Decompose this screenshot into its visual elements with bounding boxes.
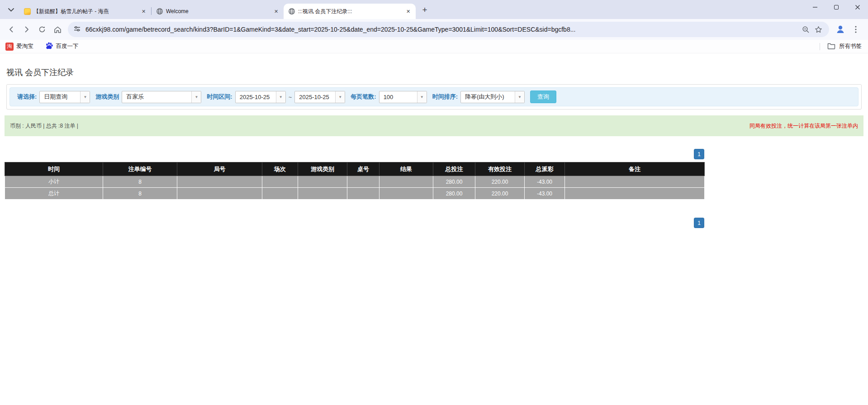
filter-bar: 请选择: 日期查询 ▼ 游戏类别 百家乐 ▼ 时间区间: 2025-10-25 … [9, 87, 859, 106]
total-row: 总计8280.00220.00-43.00 [5, 188, 705, 200]
globe-icon [288, 8, 295, 15]
footer-total-bet: 280.00 [433, 176, 475, 188]
chevron-down-icon: ▼ [191, 91, 201, 103]
currency-total-text: 币别 : 人民币 | 总共 :8 注单 | [10, 122, 78, 130]
globe-icon [156, 8, 163, 15]
column-header: 桌号 [347, 162, 379, 176]
window-controls [804, 0, 868, 14]
footer-empty-cell [379, 176, 433, 188]
reload-icon[interactable] [34, 22, 50, 37]
column-header: 局号 [177, 162, 262, 176]
tab-strip: 【新提醒】杨雪儿的帖子 - 海燕 ✕ Welcome ✕ :::视讯 会员下注纪… [0, 0, 868, 19]
taobao-icon: 淘 [5, 43, 14, 51]
footer-valid-bet: 220.00 [475, 176, 525, 188]
game-kind-select[interactable]: 百家乐 ▼ [122, 91, 201, 103]
browser-toolbar: 66cxkj98.com/game/betrecord_search/kind3… [0, 19, 868, 40]
tab-search-icon[interactable] [5, 4, 17, 16]
footer-empty-cell [379, 188, 433, 200]
url-bar[interactable]: 66cxkj98.com/game/betrecord_search/kind3… [68, 22, 829, 37]
column-header: 时间 [5, 162, 103, 176]
bet-table: 时间注单编号局号场次游戏类别桌号结果总投注有效投注总派彩备注小计8280.002… [5, 162, 705, 200]
sort-label: 时间排序: [432, 93, 458, 101]
sort-select[interactable]: 降幂(由大到小) ▼ [460, 91, 525, 103]
url-text[interactable]: 66cxkj98.com/game/betrecord_search/kind3… [85, 26, 799, 33]
new-tab-button[interactable]: + [418, 4, 431, 16]
bookmark-baidu[interactable]: 百度一下 [45, 42, 79, 51]
footer-empty-cell [298, 176, 347, 188]
home-icon[interactable] [50, 22, 65, 37]
footer-label: 小计 [5, 176, 103, 188]
search-mode-label: 请选择: [17, 93, 37, 101]
footer-count: 8 [103, 176, 177, 188]
search-button[interactable]: 查询 [530, 91, 556, 103]
page-button-1[interactable]: 1 [694, 218, 704, 228]
column-header: 总投注 [433, 162, 475, 176]
back-icon[interactable] [4, 22, 19, 37]
profile-avatar-icon[interactable] [833, 22, 848, 37]
close-window-button[interactable] [847, 0, 868, 14]
column-header: 有效投注 [475, 162, 525, 176]
chevron-down-icon: ▼ [515, 91, 524, 103]
per-page-select[interactable]: 100 ▼ [379, 91, 427, 103]
menu-dots-icon[interactable] [848, 22, 863, 37]
column-header: 场次 [262, 162, 298, 176]
filter-panel: 请选择: 日期查询 ▼ 游戏类别 百家乐 ▼ 时间区间: 2025-10-25 … [6, 84, 862, 110]
column-header: 注单编号 [103, 162, 177, 176]
chevron-down-icon: ▼ [335, 91, 345, 103]
per-page-label: 每页笔数: [351, 93, 376, 101]
footer-empty-cell [262, 176, 298, 188]
column-header: 备注 [565, 162, 705, 176]
folder-icon [827, 43, 835, 51]
footer-valid-bet: 220.00 [475, 188, 525, 200]
bookmarks-bar: 淘 爱淘宝 百度一下 所有书签 [0, 40, 868, 53]
column-header: 结果 [379, 162, 433, 176]
tab-bet-records[interactable]: :::视讯 会员下注纪录::: ✕ [284, 4, 416, 19]
footer-payout: -43.00 [525, 176, 565, 188]
summary-info-bar: 币别 : 人民币 | 总共 :8 注单 | 同局有效投注，统一计算在该局第一张注… [5, 115, 863, 136]
bookmark-taobao[interactable]: 淘 爱淘宝 [5, 43, 33, 51]
table-header-row: 时间注单编号局号场次游戏类别桌号结果总投注有效投注总派彩备注 [5, 162, 705, 176]
date-end-select[interactable]: 2025-10-25 ▼ [294, 91, 345, 103]
footer-empty-cell [347, 176, 379, 188]
close-icon[interactable]: ✕ [272, 8, 280, 15]
search-mode-select[interactable]: 日期查询 ▼ [39, 91, 90, 103]
footer-payout: -43.00 [525, 188, 565, 200]
tab-forum[interactable]: 【新提醒】杨雪儿的帖子 - 海燕 ✕ [19, 4, 151, 19]
bookmarks-divider [820, 43, 820, 50]
bookmark-star-icon[interactable] [812, 23, 825, 36]
baidu-paw-icon [45, 42, 53, 51]
footer-empty-cell [565, 176, 705, 188]
zoom-out-icon[interactable] [799, 23, 812, 36]
all-bookmarks-label[interactable]: 所有书签 [839, 43, 862, 50]
subtotal-row: 小计8280.00220.00-43.00 [5, 176, 705, 188]
notice-text: 同局有效投注，统一计算在该局第一张注单内 [749, 122, 858, 130]
chevron-down-icon: ▼ [417, 91, 427, 103]
chevron-down-icon: ▼ [276, 91, 285, 103]
footer-empty-cell [347, 188, 379, 200]
footer-total-bet: 280.00 [433, 188, 475, 200]
tab-title: :::视讯 会员下注纪录::: [298, 8, 402, 15]
minimize-button[interactable] [804, 0, 825, 14]
date-tilde: ~ [289, 94, 292, 100]
close-icon[interactable]: ✕ [404, 8, 412, 15]
tab-welcome[interactable]: Welcome ✕ [152, 4, 284, 19]
footer-count: 8 [103, 188, 177, 200]
game-kind-label: 游戏类别 [95, 93, 119, 101]
tab-title: Welcome [166, 8, 270, 14]
maximize-button[interactable] [825, 0, 847, 14]
page-title: 视讯 会员下注纪录 [6, 67, 868, 78]
page-button-1[interactable]: 1 [694, 149, 704, 159]
tab-title: 【新提醒】杨雪儿的帖子 - 海燕 [33, 8, 137, 15]
yellow-doc-icon [24, 8, 31, 15]
footer-label: 总计 [5, 188, 103, 200]
footer-empty-cell [177, 176, 262, 188]
footer-empty-cell [262, 188, 298, 200]
column-header: 总派彩 [525, 162, 565, 176]
site-settings-icon[interactable] [73, 25, 81, 34]
forward-icon[interactable] [19, 22, 34, 37]
footer-empty-cell [177, 188, 262, 200]
date-start-select[interactable]: 2025-10-25 ▼ [235, 91, 286, 103]
bookmark-label: 爱淘宝 [16, 43, 33, 50]
browser-window: 【新提醒】杨雪儿的帖子 - 海燕 ✕ Welcome ✕ :::视讯 会员下注纪… [0, 0, 868, 53]
close-icon[interactable]: ✕ [140, 8, 147, 15]
